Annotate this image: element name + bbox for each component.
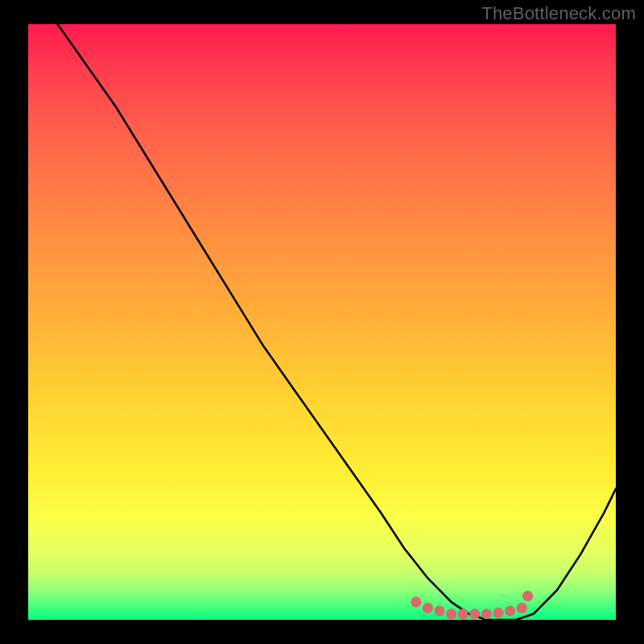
marker-dot xyxy=(505,605,515,616)
marker-group xyxy=(411,591,533,620)
marker-dot xyxy=(446,609,456,619)
marker-dot xyxy=(434,605,444,616)
marker-dot xyxy=(522,591,533,601)
marker-dot xyxy=(411,597,421,607)
watermark-text: TheBottleneck.com xyxy=(481,3,636,24)
marker-dot xyxy=(469,609,480,619)
marker-dot xyxy=(423,603,433,613)
curve-svg xyxy=(28,24,616,620)
marker-dot xyxy=(458,609,469,619)
curve-path xyxy=(58,24,617,620)
marker-dot xyxy=(481,609,492,619)
marker-dot xyxy=(517,603,527,613)
chart-frame: TheBottleneck.com xyxy=(0,0,644,644)
marker-dot xyxy=(493,607,503,617)
plot-area xyxy=(28,24,616,620)
